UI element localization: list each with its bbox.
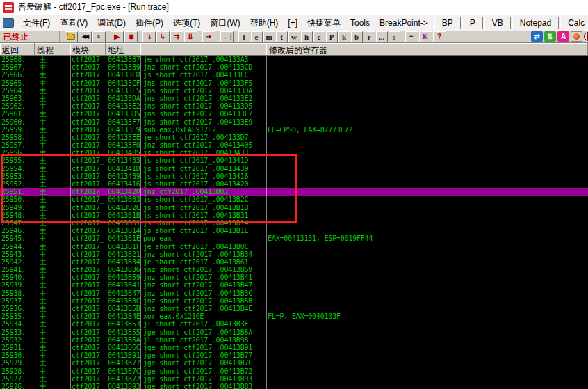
step-over-button[interactable]: ↳ (156, 31, 170, 42)
table-row[interactable]: 25940.主ctf2017_00413B59jnz short ctf2017… (0, 273, 588, 281)
swap-icon[interactable]: ⇄ (531, 31, 543, 42)
table-row[interactable]: 25955.主ctf2017_00413433js short ctf2017_… (0, 157, 588, 164)
quick-launch-button[interactable]: P (462, 17, 483, 29)
pause-button[interactable]: ▮▮ (124, 31, 138, 42)
goto-button[interactable]: →⋮ (220, 31, 234, 42)
table-row[interactable]: 25956.主ctf2017_00413405js short ctf2017_… (0, 149, 588, 157)
menu-item[interactable]: [+] (283, 17, 302, 29)
quick-launch-button[interactable]: BP (434, 17, 461, 29)
close-process-button[interactable]: × (92, 31, 106, 42)
table-row[interactable]: 25937.主ctf2017_00413B3Cjnz short ctf2017… (0, 297, 588, 305)
table-row[interactable]: 25965.主ctf2017_004133CFjns short ctf2017… (0, 79, 588, 87)
record-button[interactable] (571, 31, 582, 42)
table-row[interactable]: 25961.主ctf2017_004133D5jns short ctf2017… (0, 110, 588, 118)
mdi-system-menu-icon[interactable]: … (3, 18, 14, 28)
panel-letter-button[interactable]: w (288, 31, 300, 42)
plugin-window-button[interactable]: K (419, 31, 432, 42)
table-row[interactable]: 25947.主ctf2017_00413B31js short ctf2017_… (0, 219, 588, 227)
panel-letter-button[interactable]: k (338, 31, 350, 42)
panel-letter-button[interactable]: h (301, 31, 313, 42)
quick-launch-button[interactable]: Calc (560, 17, 588, 29)
options-list-button[interactable]: ≡ (405, 31, 418, 42)
menu-item[interactable]: 选项(T) (168, 16, 205, 31)
panel-letter-button[interactable]: b (351, 31, 363, 42)
table-row[interactable]: 25952.主ctf2017_00413416js short ctf2017_… (0, 180, 588, 188)
table-row[interactable]: 25946.主ctf2017_00413B14js short ctf2017_… (0, 227, 588, 235)
table-row[interactable]: 25962.主ctf2017_004133E2jns short ctf2017… (0, 102, 588, 110)
table-row[interactable]: 25928.主ctf2017_00413B7Cjge short ctf2017… (0, 367, 588, 375)
table-row[interactable]: 25968.主ctf2017_004133B7je short ctf2017_… (0, 56, 588, 63)
table-row[interactable]: 25949.主ctf2017_00413B2Cjs short ctf2017_… (0, 204, 588, 212)
execute-till-return-button[interactable]: ⇥ (202, 31, 215, 42)
table-row[interactable]: 25967.主ctf2017_004133B9jnz short ctf2017… (0, 63, 588, 71)
updown-icon[interactable]: ⇅ (544, 31, 556, 42)
table-row[interactable]: 25957.主ctf2017_004133F0jnz short ctf2017… (0, 141, 588, 149)
header-registers[interactable]: 修改后的寄存器 (266, 43, 588, 55)
table-row[interactable]: 25959.主ctf2017_004133E9sub eax,0xEAF917E… (0, 126, 588, 134)
panel-letter-button[interactable]: ... (376, 31, 388, 42)
panel-letter-button[interactable]: e (251, 31, 263, 42)
table-row[interactable]: 25950.主ctf2017_00413B03js short ctf2017_… (0, 196, 588, 203)
rewind-button[interactable]: ◀◀ (79, 31, 92, 42)
table-row[interactable]: 25944.主ctf2017_00413B1Fje short ctf2017_… (0, 243, 588, 251)
open-file-button[interactable] (65, 31, 78, 42)
titlebar: 吾爱破解 - ctf2017_Fpc.exe - [Run trace] (0, 0, 588, 15)
table-row[interactable]: 25934.主ctf2017_00413B53jl short ctf2017_… (0, 320, 588, 328)
table-row[interactable]: 25954.主ctf2017_0041341Djs short ctf2017_… (0, 165, 588, 173)
menu-item[interactable]: Tools (345, 17, 375, 29)
trace-into-button[interactable]: ⇉ (170, 31, 183, 42)
panel-letter-button[interactable]: c (313, 31, 325, 42)
table-row[interactable]: 25941.主ctf2017_00413B36jnz short ctf2017… (0, 266, 588, 273)
table-row[interactable]: 25930.主ctf2017_00413B91jge short ctf2017… (0, 351, 588, 359)
table-row[interactable]: 25933.主ctf2017_00413B55jge short ctf2017… (0, 328, 588, 336)
panel-letter-button[interactable]: l (238, 31, 250, 42)
table-row[interactable]: 25945.主ctf2017_00413B1Epop eaxEAX=004131… (0, 235, 588, 242)
table-row[interactable]: 25948.主ctf2017_00413B1Bjs short ctf2017_… (0, 212, 588, 219)
table-row[interactable]: 25935.主ctf2017_00413B4Exor eax,0x1210EFL… (0, 312, 588, 320)
table-row[interactable]: 25929.主ctf2017_00413B77jge short ctf2017… (0, 359, 588, 367)
menu-item[interactable]: BreakPoint-> (375, 17, 433, 29)
panel-letter-button[interactable]: m (263, 31, 275, 42)
quick-launch-button[interactable]: Notepad (512, 17, 559, 29)
trace-over-button[interactable]: ⇊ (184, 31, 197, 42)
table-row[interactable]: 25943.主ctf2017_00413B21jnz short ctf2017… (0, 251, 588, 258)
quick-launch-button[interactable]: VB (484, 17, 511, 29)
panel-letter-button[interactable]: t (276, 31, 288, 42)
table-row[interactable]: 25931.主ctf2017_00413B6Cjge short ctf2017… (0, 344, 588, 351)
panel-letter-button[interactable]: r (364, 31, 375, 42)
menu-item[interactable]: 插件(P) (131, 16, 168, 31)
table-row[interactable]: 25939.主ctf2017_00413B41jnz short ctf2017… (0, 281, 588, 289)
run-button[interactable]: ▶ (111, 31, 124, 42)
menu-item[interactable]: 帮助(H) (245, 16, 284, 31)
header-module[interactable]: 模块 (70, 43, 106, 55)
target-icon[interactable] (584, 31, 588, 42)
menu-item[interactable]: 查看(V) (55, 16, 92, 31)
header-thread[interactable]: 线程 (35, 43, 70, 55)
table-row[interactable]: 25960.主ctf2017_004133F7jns short ctf2017… (0, 118, 588, 126)
panel-letter-button[interactable]: s (389, 31, 400, 42)
table-row[interactable]: 25958.主ctf2017_004133EEje short ctf2017_… (0, 134, 588, 141)
table-row[interactable]: 25964.主ctf2017_004133F5jns short ctf2017… (0, 87, 588, 95)
table-row[interactable]: 25926.主ctf2017_00413B93jge short ctf2017… (0, 383, 588, 389)
table-row[interactable]: 25951.主ctf2017_00413420jnz ctf2017_.0041… (0, 188, 588, 196)
letter-a-icon[interactable]: A (557, 31, 569, 42)
menu-item[interactable]: 文件(F) (18, 16, 55, 31)
table-row[interactable]: 25927.主ctf2017_00413B72jge short ctf2017… (0, 375, 588, 383)
row-number: 25954. (0, 165, 35, 173)
menu-item[interactable]: 快捷菜单 (302, 16, 345, 31)
table-row[interactable]: 25936.主ctf2017_00413B5Bjnz short ctf2017… (0, 305, 588, 312)
table-row[interactable]: 25953.主ctf2017_00413439js short ctf2017_… (0, 173, 588, 180)
header-address[interactable]: 地址 (106, 43, 140, 55)
header-return[interactable]: 返回 (0, 43, 35, 55)
table-row[interactable]: 25966.主ctf2017_004133CDjs short ctf2017_… (0, 71, 588, 79)
step-into-button[interactable]: ↴ (142, 31, 156, 42)
menu-item[interactable]: 窗口(W) (205, 16, 245, 31)
table-row[interactable]: 25932.主ctf2017_00413B6Ajl short ctf2017_… (0, 336, 588, 344)
menu-item[interactable]: 调试(D) (92, 16, 131, 31)
table-row[interactable]: 25963.主ctf2017_004133DAjns short ctf2017… (0, 95, 588, 102)
header-instruction[interactable] (140, 43, 266, 55)
table-row[interactable]: 25942.主ctf2017_00413B34je short ctf2017_… (0, 258, 588, 266)
help-button[interactable]: ? (433, 31, 446, 42)
panel-letter-button[interactable]: P (326, 31, 338, 42)
table-row[interactable]: 25938.主ctf2017_00413B47jnz short ctf2017… (0, 289, 588, 297)
